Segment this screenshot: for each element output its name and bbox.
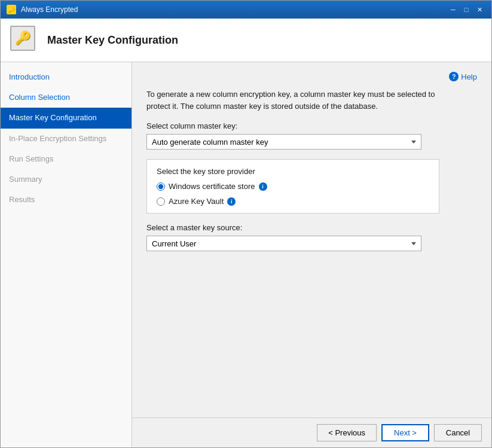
key-store-box: Select the key store provider Windows ce… <box>146 159 439 214</box>
footer: < Previous Next > Cancel <box>132 417 491 447</box>
previous-button[interactable]: < Previous <box>317 424 377 441</box>
next-button[interactable]: Next > <box>381 424 429 441</box>
cancel-button[interactable]: Cancel <box>434 424 482 441</box>
windows-cert-info-icon: i <box>259 182 267 191</box>
title-bar: 🔑 Always Encrypted ─ □ ✕ <box>1 1 491 19</box>
help-label: Help <box>461 72 477 81</box>
window-header: 🔑 Master Key Configuration <box>1 19 491 62</box>
content-area: ? Help To generate a new column encrypti… <box>132 62 491 417</box>
main-content: ? Help To generate a new column encrypti… <box>132 62 491 447</box>
close-button[interactable]: ✕ <box>473 5 485 14</box>
sidebar-item-column-selection[interactable]: Column Selection <box>1 87 132 108</box>
window-title: Always Encrypted <box>21 5 78 14</box>
window-body: Introduction Column Selection Master Key… <box>1 62 491 447</box>
key-store-title: Select the key store provider <box>157 167 429 176</box>
minimize-button[interactable]: ─ <box>447 5 459 14</box>
azure-key-vault-info-icon: i <box>227 197 236 206</box>
help-row: ? Help <box>146 72 477 81</box>
column-master-key-select[interactable]: Auto generate column master key <box>146 134 421 150</box>
sidebar-item-master-key-configuration[interactable]: Master Key Configuration <box>1 108 132 128</box>
window-controls: ─ □ ✕ <box>447 5 485 14</box>
column-master-key-label: Select column master key: <box>146 121 477 130</box>
help-icon: ? <box>449 72 459 81</box>
main-window: 🔑 Always Encrypted ─ □ ✕ 🔑 Master Key Co… <box>0 0 492 448</box>
sidebar-item-summary: Summary <box>1 169 132 190</box>
radio-windows-cert-input[interactable] <box>157 182 165 191</box>
sidebar-item-results: Results <box>1 190 132 210</box>
help-link[interactable]: ? Help <box>449 72 477 81</box>
maximize-button[interactable]: □ <box>460 5 472 14</box>
title-bar-left: 🔑 Always Encrypted <box>7 5 78 14</box>
radio-windows-cert-label: Windows certificate store <box>169 182 255 191</box>
sidebar-item-run-settings: Run Settings <box>1 149 132 169</box>
header-icon: 🔑 <box>10 26 39 54</box>
sidebar-item-introduction[interactable]: Introduction <box>1 67 132 87</box>
key-icon: 🔑 <box>15 31 31 46</box>
description-text: To generate a new column encryption key,… <box>146 89 445 112</box>
sidebar-item-in-place-encryption: In-Place Encryption Settings <box>1 129 132 149</box>
radio-windows-cert[interactable]: Windows certificate store i <box>157 182 429 191</box>
master-key-source-select[interactable]: Current User <box>146 236 421 251</box>
master-key-source-label: Select a master key source: <box>146 223 477 232</box>
header-icon-inner: 🔑 <box>10 26 35 51</box>
radio-azure-key-vault-input[interactable] <box>157 197 165 206</box>
radio-azure-key-vault[interactable]: Azure Key Vault i <box>157 197 429 206</box>
radio-azure-key-vault-label: Azure Key Vault <box>169 197 224 206</box>
page-title: Master Key Configuration <box>47 34 178 47</box>
app-icon: 🔑 <box>7 5 16 14</box>
sidebar: Introduction Column Selection Master Key… <box>1 62 132 447</box>
